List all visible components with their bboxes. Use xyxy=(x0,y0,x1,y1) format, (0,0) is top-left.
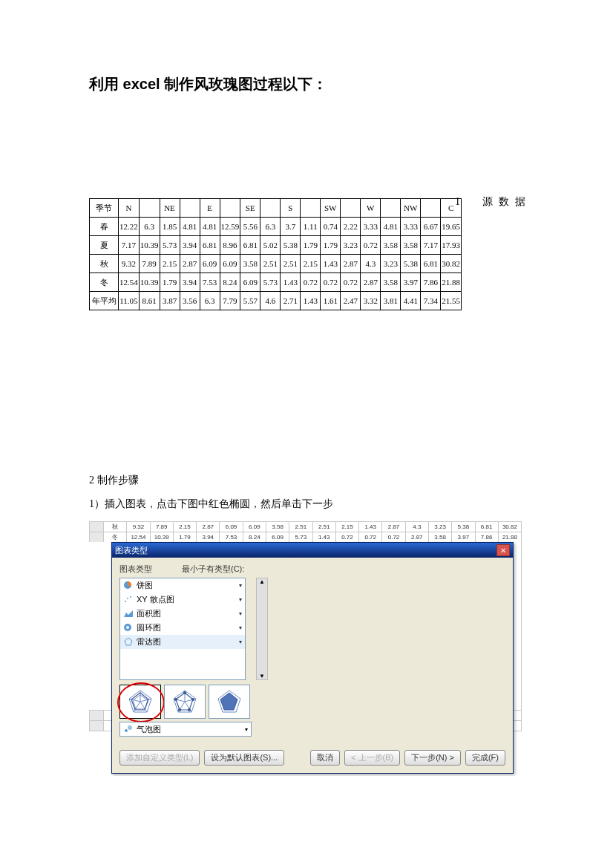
prev-button[interactable]: < 上一步(B) xyxy=(344,750,400,766)
svg-point-22 xyxy=(184,692,186,694)
sheet-cell[interactable]: 21.88 xyxy=(498,532,521,542)
table-cell: 冬 xyxy=(90,273,119,292)
sheet-cell[interactable]: 2.15 xyxy=(335,521,358,532)
sheet-cell[interactable]: 冬 xyxy=(103,532,126,542)
scroll-down-icon[interactable]: ▼ xyxy=(259,673,265,679)
chevron-down-icon: ▾ xyxy=(245,726,248,733)
sheet-cell[interactable]: 1.79 xyxy=(173,532,196,542)
sheet-cell[interactable]: 6.09 xyxy=(219,521,242,532)
finish-button[interactable]: 完成(F) xyxy=(465,750,505,766)
sheet-cell[interactable] xyxy=(89,710,103,720)
table-cell: 1.43 xyxy=(301,292,321,310)
table-cell: 7.86 xyxy=(421,273,441,292)
type-area[interactable]: 面积图 ▾ xyxy=(120,607,245,621)
sheet-cell[interactable]: 7.53 xyxy=(219,532,242,542)
table-cell: 5.73 xyxy=(260,273,281,292)
list-scrollbar[interactable]: ▲ ▼ xyxy=(256,578,268,680)
table-cell: 3.23 xyxy=(341,236,361,255)
radar-subtype-thumbs xyxy=(119,685,252,719)
chevron-down-icon: ▾ xyxy=(239,624,242,631)
sheet-cell[interactable]: 1.43 xyxy=(358,521,381,532)
table-cell: 3.33 xyxy=(361,218,381,236)
sheet-cell[interactable]: 6.81 xyxy=(475,521,498,532)
sheet-cell[interactable]: 3.58 xyxy=(266,521,289,532)
sheet-cell[interactable]: 5.73 xyxy=(289,532,312,542)
sheet-cell[interactable]: 2.51 xyxy=(312,521,335,532)
sheet-cell[interactable]: 0.72 xyxy=(381,532,404,542)
cancel-button[interactable]: 取消 xyxy=(310,750,340,766)
sheet-cell[interactable]: 3.94 xyxy=(196,532,219,542)
sheet-cell[interactable]: 2.51 xyxy=(289,521,312,532)
table-cell: 4.81 xyxy=(180,218,200,236)
table-cell: 0.74 xyxy=(321,218,341,236)
table-cell: 2.87 xyxy=(341,255,361,273)
sheet-cell[interactable]: 秋 xyxy=(103,521,126,532)
sheet-cell[interactable]: 0.72 xyxy=(335,532,358,542)
table-cell: 12.59 xyxy=(220,218,240,236)
add-custom-type-button[interactable]: 添加自定义类型(L) xyxy=(119,750,200,766)
set-default-chart-button[interactable]: 设为默认图表(S)... xyxy=(204,750,284,766)
radar-subtype-3[interactable] xyxy=(209,685,250,719)
section-2-label: 2 制作步骤 xyxy=(89,474,539,487)
table-cell: 3.58 xyxy=(381,273,401,292)
sheet-cell[interactable]: 10.39 xyxy=(150,532,173,542)
svg-point-26 xyxy=(175,699,177,701)
table-cell: 5.56 xyxy=(240,218,260,236)
next-button[interactable]: 下一步(N) > xyxy=(404,750,461,766)
table-cell: 21.88 xyxy=(441,273,462,292)
table-header-cell xyxy=(180,199,200,218)
chevron-down-icon: ▾ xyxy=(239,639,242,645)
sheet-cell[interactable]: 2.87 xyxy=(381,521,404,532)
row-header xyxy=(89,521,103,532)
sheet-cell[interactable]: 0.72 xyxy=(358,532,381,542)
sheet-cell[interactable]: 12.54 xyxy=(126,532,149,542)
chevron-down-icon: ▾ xyxy=(239,610,242,617)
radar-subtype-1[interactable] xyxy=(119,685,161,719)
type-scatter[interactable]: XY 散点图 ▾ xyxy=(120,593,245,607)
sheet-cell[interactable]: 7.86 xyxy=(475,532,498,542)
table-cell: 12.54 xyxy=(119,273,140,292)
table-cell: 2.47 xyxy=(341,292,361,310)
type-pie[interactable]: 饼图 ▾ xyxy=(120,578,245,593)
pie-icon xyxy=(123,581,134,590)
table-cell: 3.58 xyxy=(401,236,421,255)
table-header-cell xyxy=(301,199,321,218)
type-radar[interactable]: 雷达图 ▾ xyxy=(120,635,245,649)
sheet-cell[interactable]: 2.15 xyxy=(173,521,196,532)
sheet-cell[interactable] xyxy=(89,720,103,731)
scroll-up-icon[interactable]: ▲ xyxy=(259,578,265,585)
chart-type-list[interactable]: 饼图 ▾ XY 散点图 ▾ xyxy=(119,578,246,680)
sheet-cell[interactable]: 3.23 xyxy=(428,521,451,532)
table-header-cell: NW xyxy=(401,199,421,218)
type-doughnut[interactable]: 圆环图 ▾ xyxy=(120,621,245,635)
sheet-cell[interactable]: 2.87 xyxy=(196,521,219,532)
sheet-cell[interactable]: 7.89 xyxy=(150,521,173,532)
table-header-cell: W xyxy=(361,199,381,218)
radar-icon xyxy=(123,637,134,646)
type-bubble[interactable]: 气泡图 ▾ xyxy=(119,722,252,737)
sheet-cell[interactable]: 8.24 xyxy=(243,532,266,542)
table-cell: 2.22 xyxy=(341,218,361,236)
sheet-cell[interactable]: 1.43 xyxy=(312,532,335,542)
sheet-cell[interactable]: 5.38 xyxy=(451,521,474,532)
table-cell: 10.39 xyxy=(139,236,160,255)
sheet-cell[interactable]: 9.32 xyxy=(126,521,149,532)
svg-point-23 xyxy=(192,699,194,701)
table-cell: 3.97 xyxy=(401,273,421,292)
table-cell: 6.67 xyxy=(421,218,441,236)
svg-marker-6 xyxy=(125,638,132,645)
table-cell: 1.85 xyxy=(160,218,180,236)
sheet-cell[interactable]: 4.3 xyxy=(405,521,428,532)
table-header-cell: N xyxy=(119,199,140,218)
table-header-cell: 季节 xyxy=(90,199,119,218)
table-cell: 2.87 xyxy=(361,273,381,292)
sheet-cell[interactable]: 3.97 xyxy=(451,532,474,542)
radar-subtype-2[interactable] xyxy=(164,685,206,719)
sheet-cell[interactable]: 3.58 xyxy=(428,532,451,542)
sheet-cell[interactable]: 2.87 xyxy=(405,532,428,542)
sheet-cell[interactable]: 6.09 xyxy=(243,521,266,532)
close-icon[interactable]: ✕ xyxy=(496,544,510,556)
table-cell: 8.24 xyxy=(220,273,240,292)
sheet-cell[interactable]: 30.82 xyxy=(498,521,521,532)
sheet-cell[interactable]: 6.09 xyxy=(266,532,289,542)
